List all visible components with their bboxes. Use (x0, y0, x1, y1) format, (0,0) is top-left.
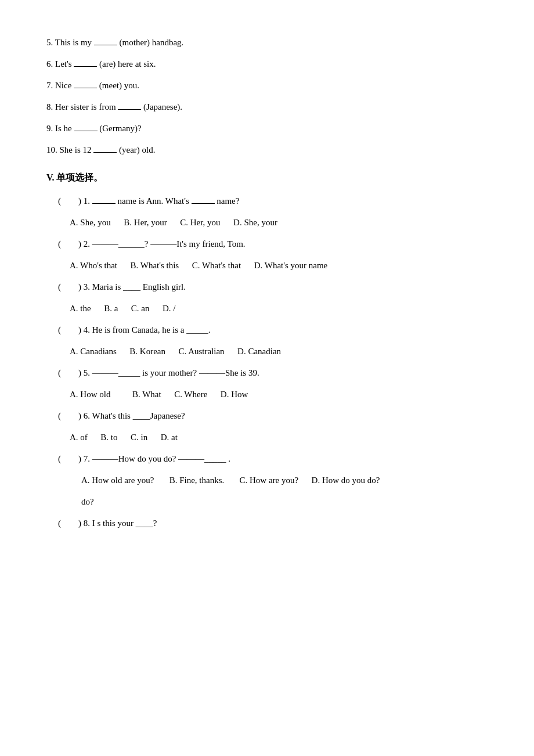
mc-bracket-3: ( ) (58, 282, 81, 291)
fill-q7: 7. Nice (meet) you. (46, 78, 488, 93)
mc-bracket-7: ( ) (58, 454, 81, 463)
mc-q6: ( ) 6. What's this ____Japanese? (46, 408, 488, 424)
mc-q3-options: A. the B. a C. an D. / (46, 301, 488, 316)
section-v: V. 单项选择。 ( ) 1. name is Ann. What's name… (46, 170, 488, 531)
mc-bracket-8: ( ) (58, 519, 81, 528)
mc-q5: ( ) 5. ———_____ is your mother? ———She i… (46, 365, 488, 381)
mc-q7-options: A. How old are you? B. Fine, thanks. C. … (46, 473, 488, 488)
mc-q5-options: A. How old B. What C. Where D. How (46, 387, 488, 402)
mc-bracket-2: ( ) (58, 239, 81, 249)
mc-q8: ( ) 8. I s this your ____? (46, 516, 488, 531)
blank-5 (94, 45, 117, 45)
mc-q7-wrap: do? (46, 494, 488, 510)
section-v-title: V. 单项选择。 (46, 170, 488, 186)
mc-q4-options: A. Canadians B. Korean C. Australian D. … (46, 344, 488, 359)
fill-q8: 8. Her sister is from (Japanese). (46, 99, 488, 115)
mc-q1-options: A. She, you B. Her, your C. Her, you D. … (46, 215, 488, 231)
blank-6 (74, 66, 97, 67)
mc-q4: ( ) 4. He is from Canada, he is a _____. (46, 322, 488, 338)
mc-bracket-6: ( ) (58, 411, 81, 420)
mc-q2: ( ) 2. ———______? ———It's my friend, Tom… (46, 236, 488, 252)
mc-q7: ( ) 7. ———How do you do? ———_____ . (46, 451, 488, 467)
fill-q10: 10. She is 12 (year) old. (46, 142, 488, 158)
mc-q3: ( ) 3. Maria is ____ English girl. (46, 279, 488, 295)
blank-mc1 (92, 203, 116, 204)
fill-q6: 6. Let's (are) here at six. (46, 56, 488, 72)
worksheet-content: 5. This is my (mother) handbag. 6. Let's… (46, 35, 488, 531)
fill-in-section: 5. This is my (mother) handbag. 6. Let's… (46, 35, 488, 158)
blank-mc1b (192, 203, 215, 204)
blank-8 (118, 109, 141, 110)
fill-q5: 5. This is my (mother) handbag. (46, 35, 488, 51)
blank-7 (74, 88, 97, 88)
mc-bracket-4: ( ) (58, 325, 81, 334)
blank-10 (93, 152, 117, 153)
mc-bracket-1: ( ) (58, 196, 81, 206)
fill-q9: 9. Is he (Germany)? (46, 121, 488, 136)
mc-q2-options: A. Who's that B. What's this C. What's t… (46, 258, 488, 273)
mc-q1: ( ) 1. name is Ann. What's name? (46, 193, 488, 209)
blank-9 (74, 131, 98, 131)
mc-q6-options: A. of B. to C. in D. at (46, 430, 488, 445)
mc-bracket-5: ( ) (58, 368, 81, 377)
